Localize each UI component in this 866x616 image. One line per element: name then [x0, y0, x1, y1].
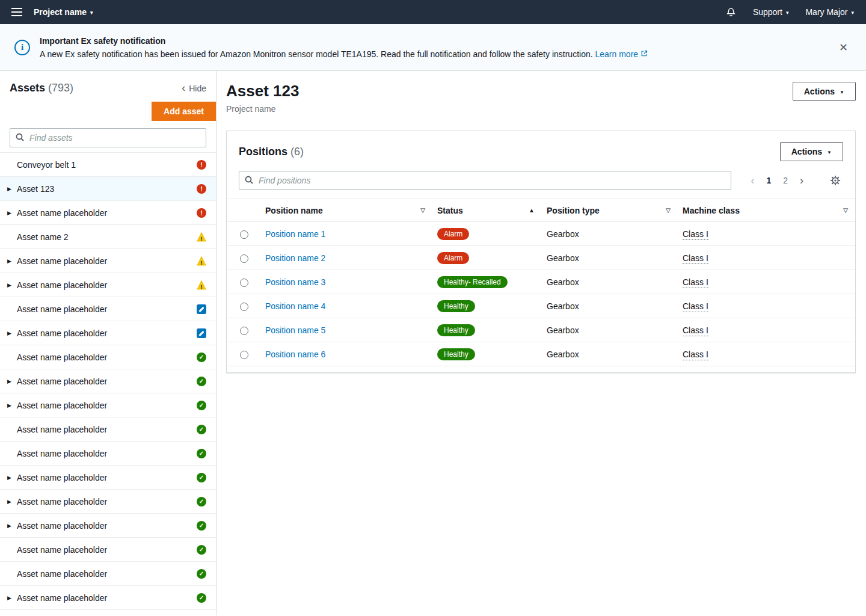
- notifications-bell-icon[interactable]: [726, 7, 736, 17]
- add-asset-button[interactable]: Add asset: [152, 102, 216, 121]
- page-1-button[interactable]: 1: [761, 173, 776, 188]
- external-link-icon: [640, 50, 648, 57]
- settings-gear-icon[interactable]: [828, 173, 843, 188]
- asset-list-item[interactable]: ▶ Asset name placeholder: [0, 514, 216, 538]
- expand-caret-icon[interactable]: ▶: [7, 475, 17, 481]
- asset-list-item[interactable]: ▶ Asset name placeholder: [0, 538, 216, 562]
- column-header-position-name[interactable]: Position name ▽: [260, 199, 432, 222]
- warning-status-icon: [197, 280, 206, 290]
- close-icon[interactable]: ✕: [835, 37, 852, 58]
- asset-list-item[interactable]: ▶ Asset name placeholder: [0, 417, 216, 442]
- machine-class-link[interactable]: Class I: [683, 325, 708, 336]
- expand-caret-icon[interactable]: ▶: [7, 210, 17, 216]
- positions-actions-button[interactable]: Actions ▼: [780, 142, 843, 161]
- sort-icon[interactable]: ▽: [843, 207, 848, 214]
- banner-title: Important Ex safety notification: [40, 36, 826, 46]
- asset-list-item[interactable]: ▶ Asset name placeholder: [0, 466, 216, 490]
- asset-list-item[interactable]: ▶ Asset name placeholder: [0, 393, 216, 417]
- row-radio-button[interactable]: [240, 303, 248, 311]
- find-assets-input[interactable]: [10, 128, 206, 147]
- row-radio-button[interactable]: [240, 279, 248, 287]
- chevron-left-icon: ‹: [182, 82, 185, 93]
- column-header-status[interactable]: Status ▲: [432, 199, 542, 222]
- healthy-status-icon: [197, 521, 206, 531]
- user-menu-button[interactable]: Mary Major ▾: [805, 7, 854, 17]
- healthy-status-icon: [197, 545, 206, 555]
- expand-caret-icon[interactable]: ▶: [7, 402, 17, 408]
- row-radio-button[interactable]: [240, 351, 248, 359]
- position-type-cell: Gearbox: [542, 246, 678, 270]
- row-radio-button[interactable]: [240, 327, 248, 335]
- machine-class-link[interactable]: Class I: [683, 350, 708, 360]
- asset-label: Asset name placeholder: [17, 401, 197, 410]
- row-radio-button[interactable]: [240, 254, 248, 263]
- hide-panel-button[interactable]: ‹ Hide: [182, 83, 206, 94]
- expand-caret-icon[interactable]: ▶: [7, 378, 17, 384]
- expand-caret-icon[interactable]: ▶: [7, 330, 17, 336]
- asset-label: Asset name placeholder: [17, 569, 197, 579]
- page-2-button[interactable]: 2: [778, 173, 793, 188]
- asset-list-item[interactable]: ▶ Asset name placeholder: [0, 297, 216, 321]
- asset-label: Asset name 2: [17, 232, 197, 242]
- healthy-status-icon: [197, 401, 206, 410]
- sort-icon[interactable]: ▽: [420, 207, 425, 214]
- row-radio-button[interactable]: [240, 230, 248, 239]
- asset-list-item[interactable]: ▶ Asset name 2: [0, 225, 216, 249]
- expand-caret-icon[interactable]: ▶: [7, 595, 17, 601]
- expand-caret-icon[interactable]: ▶: [7, 499, 17, 505]
- main-content: Asset 123 Project name Actions ▼ Positio…: [216, 71, 866, 615]
- asset-label: Asset name placeholder: [17, 353, 197, 362]
- asset-label: Asset name placeholder: [17, 280, 197, 290]
- next-page-icon[interactable]: ›: [795, 173, 808, 188]
- expand-caret-icon[interactable]: ▶: [7, 282, 17, 288]
- find-positions-input[interactable]: [239, 171, 731, 190]
- asset-list-item[interactable]: ▶ Asset name placeholder: [0, 249, 216, 273]
- machine-class-link[interactable]: Class I: [683, 277, 708, 288]
- asset-actions-button[interactable]: Actions ▼: [793, 82, 856, 101]
- learn-more-link[interactable]: Learn more: [595, 49, 648, 59]
- asset-list-item[interactable]: ▶ Asset name placeholder: [0, 442, 216, 466]
- position-name-link[interactable]: Position name 3: [265, 277, 325, 287]
- table-row: Position name 1 Alarm Gearbox Class I: [227, 222, 855, 246]
- position-name-link[interactable]: Position name 1: [265, 229, 325, 239]
- previous-page-icon[interactable]: ‹: [746, 173, 759, 188]
- column-header-machine-class[interactable]: Machine class ▽: [678, 199, 855, 222]
- table-row: Position name 5 Healthy Gearbox Class I: [227, 318, 855, 342]
- position-name-link[interactable]: Position name 2: [265, 253, 325, 263]
- chevron-down-icon: ▾: [851, 10, 854, 16]
- expand-caret-icon[interactable]: ▶: [7, 258, 17, 264]
- asset-list-item[interactable]: ▶ Asset name placeholder: [0, 345, 216, 369]
- asset-list-item[interactable]: ▶ Asset name placeholder: [0, 369, 216, 393]
- menu-icon[interactable]: [0, 0, 34, 24]
- healthy-status-icon: [197, 593, 206, 603]
- machine-class-link[interactable]: Class I: [683, 229, 708, 240]
- asset-list-item[interactable]: ▶ Conveyor belt 1: [0, 153, 216, 177]
- search-icon: [244, 175, 254, 186]
- asset-list-item[interactable]: ▶ Asset name placeholder: [0, 586, 216, 610]
- project-menu-button[interactable]: Project name ▾: [34, 7, 93, 17]
- sort-ascending-icon[interactable]: ▲: [529, 207, 535, 214]
- asset-list-item[interactable]: ▶ Asset name placeholder: [0, 321, 216, 345]
- position-name-link[interactable]: Position name 6: [265, 350, 325, 359]
- asset-list-item[interactable]: ▶ Asset name placeholder: [0, 273, 216, 297]
- position-name-link[interactable]: Position name 4: [265, 301, 325, 311]
- warning-status-icon: [197, 256, 206, 266]
- asset-list-item[interactable]: ▶ Asset 123: [0, 177, 216, 201]
- machine-class-link[interactable]: Class I: [683, 301, 708, 312]
- asset-list-item[interactable]: ▶ Asset name placeholder: [0, 562, 216, 586]
- expand-caret-icon[interactable]: ▶: [7, 186, 17, 192]
- asset-list-item[interactable]: ▶ Asset name placeholder: [0, 201, 216, 225]
- asset-label: Asset name placeholder: [17, 208, 197, 218]
- sort-icon[interactable]: ▽: [666, 207, 671, 214]
- machine-class-link[interactable]: Class I: [683, 253, 708, 264]
- support-menu-button[interactable]: Support ▾: [753, 7, 789, 17]
- column-header-position-type[interactable]: Position type ▽: [542, 199, 678, 222]
- asset-label: Asset 123: [17, 184, 197, 194]
- asset-list: ▶ Conveyor belt 1 ▶ Asset 123 ▶ Asset na…: [0, 152, 216, 615]
- table-row: Position name 2 Alarm Gearbox Class I: [227, 246, 855, 270]
- asset-list-item[interactable]: ▶ Asset name placeholder: [0, 490, 216, 514]
- banner-message: A new Ex safety notification has been is…: [40, 49, 826, 59]
- expand-caret-icon[interactable]: ▶: [7, 523, 17, 529]
- positions-count: (6): [290, 146, 304, 158]
- position-name-link[interactable]: Position name 5: [265, 325, 325, 335]
